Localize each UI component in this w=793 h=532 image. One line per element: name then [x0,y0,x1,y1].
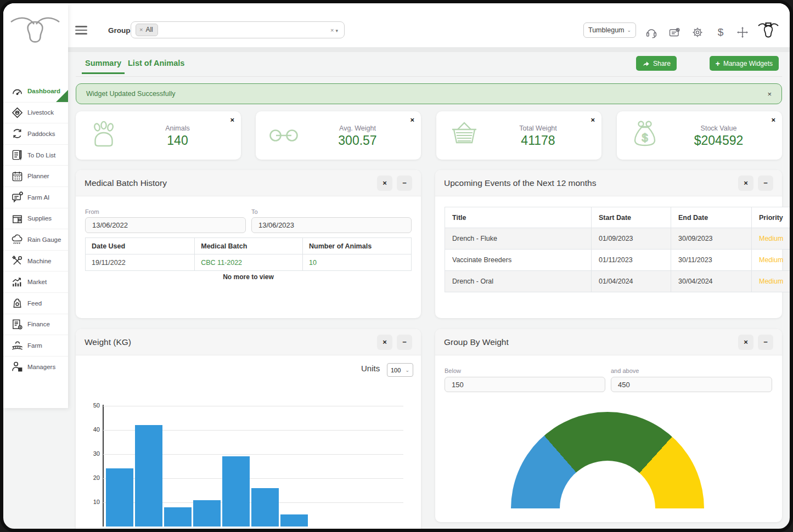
tab-summary[interactable]: Summary [85,59,121,67]
cell-start: 01/11/2023 [592,250,671,271]
stat-label: Stock Value [666,124,771,132]
col-date-used: Date Used [86,238,195,254]
weight-bar [106,468,133,527]
share-label: Share [653,60,671,67]
group-tag-all[interactable]: × All [136,24,158,36]
group-tag-label: All [145,26,153,33]
y-axis-line [103,405,104,527]
weight-bar [193,500,221,527]
to-date-input[interactable]: 13/06/2023 [251,217,412,233]
widget-close-button[interactable]: × [377,176,392,191]
above-input[interactable]: 450 [611,377,772,392]
stat-label: Avg. Weight [305,124,410,132]
cell-title: Drench - Oral [445,271,592,292]
stat-card-avg-weight: × Avg. Weight 300.57 [256,111,421,160]
stat-value: 41178 [486,133,590,148]
sidebar-item-todo-list[interactable]: To Do List [3,144,68,166]
units-value: 100 [391,367,401,373]
units-select[interactable]: 100 ⌄ [387,363,413,377]
stat-card-stock-value: × $ Stock Value $204592 [617,111,782,160]
profile-bull-avatar[interactable] [757,21,779,41]
tag-remove-icon[interactable]: × [139,26,143,33]
support-headset-icon[interactable] [644,25,659,39]
share-button[interactable]: Share [636,56,677,71]
table-header-row: Title Start Date End Date Priority [445,207,793,228]
sidebar-item-label: Rain Gauge [27,236,61,243]
header-divider [3,47,790,52]
close-icon[interactable]: × [590,116,595,124]
sidebar-item-managers[interactable]: Managers [3,356,68,377]
weight-bar [222,456,250,527]
widget-collapse-button[interactable]: − [397,176,412,191]
sidebar-item-feed[interactable]: Feed [3,292,68,314]
news-card-icon[interactable] [667,25,682,39]
close-icon[interactable]: × [230,116,234,124]
sidebar-item-farm[interactable]: Farm [3,335,68,356]
billing-dollar-icon[interactable]: $ [713,25,728,39]
widget-collapse-button[interactable]: − [758,335,773,350]
cell-start: 01/09/2023 [592,228,671,250]
units-label: Units [361,364,380,373]
rain-cloud-icon [11,233,24,246]
livestock-icon [11,106,24,119]
sidebar-item-label: Supplies [27,215,52,222]
sidebar-item-label: Managers [27,364,55,370]
widget-close-button[interactable]: × [738,176,753,191]
sidebar-nav: Dashboard Livestock Paddocks [3,81,68,377]
stat-label: Animals [125,124,230,132]
move-arrows-icon[interactable] [735,25,750,39]
group-multiselect[interactable]: × All ×▾ [131,21,345,38]
sidebar: Dashboard Livestock Paddocks [3,3,68,408]
below-input[interactable]: 150 [445,377,605,392]
tab-bar: Summary List of Animals Share + Manage W… [76,53,782,77]
tab-list-of-animals[interactable]: List of Animals [128,59,184,67]
settings-gear-icon[interactable] [690,25,705,39]
alert-close-icon[interactable]: × [767,90,772,98]
app-logo-bull [9,14,61,49]
app-window: Group: × All ×▾ Tumblegum ⌄ $ [0,0,793,532]
widget-close-button[interactable]: × [377,335,392,350]
svg-text:$: $ [642,132,648,144]
sidebar-item-dashboard[interactable]: Dashboard [3,81,68,102]
y-tick-label: 40 [87,426,100,433]
widget-close-button[interactable]: × [738,335,753,350]
sidebar-item-farm-ai[interactable]: Farm AI [3,186,68,208]
cell-date-used: 19/11/2022 [86,254,195,271]
sidebar-item-market[interactable]: Market [3,271,68,292]
cell-end: 30/09/2023 [671,228,752,250]
share-arrow-icon [642,60,650,67]
close-icon[interactable]: × [771,116,775,124]
col-number-of-animals: Number of Animals [302,238,411,254]
sidebar-item-machine[interactable]: Machine [3,250,68,271]
from-date-input[interactable]: 13/06/2022 [85,217,246,233]
group-label: Group: [108,26,133,35]
weight-bar [164,507,192,527]
manage-widgets-button[interactable]: + Manage Widgets [710,56,779,71]
sidebar-item-livestock[interactable]: Livestock [3,102,68,123]
dumbbell-icon [268,120,300,151]
active-corner-triangle [56,90,68,102]
widget-collapse-button[interactable]: − [758,176,773,191]
cell-priority: Medium [752,250,793,271]
sidebar-item-paddocks[interactable]: Paddocks [3,123,68,144]
weight-bar [135,425,162,527]
cell-medical-batch[interactable]: CBC 11-2022 [195,254,303,271]
sidebar-item-supplies[interactable]: Supplies [3,208,68,229]
select-clear-and-caret[interactable]: ×▾ [330,27,340,33]
widget-title: Medical Batch History [85,178,167,188]
col-medical-batch: Medical Batch [195,238,303,254]
below-label: Below [445,367,461,374]
weight-chart-widget: Weight (KG) × − Units 100 ⌄ 5040302010 [76,329,421,532]
sidebar-item-planner[interactable]: Planner [3,165,68,186]
widget-collapse-button[interactable]: − [397,335,412,350]
close-icon[interactable]: × [410,116,414,124]
to-label: To [251,208,258,215]
sidebar-item-finance[interactable]: Finance [3,314,68,335]
medical-batch-table: Date Used Medical Batch Number of Animal… [85,237,412,271]
sidebar-item-label: Paddocks [27,131,55,137]
cell-title: Vaccinate Breeders [445,250,592,271]
menu-toggle-icon[interactable] [75,26,87,36]
finance-doc-icon [11,318,24,331]
sidebar-item-rain-gauge[interactable]: Rain Gauge [3,229,68,250]
farm-site-select[interactable]: Tumblegum ⌄ [583,22,636,38]
